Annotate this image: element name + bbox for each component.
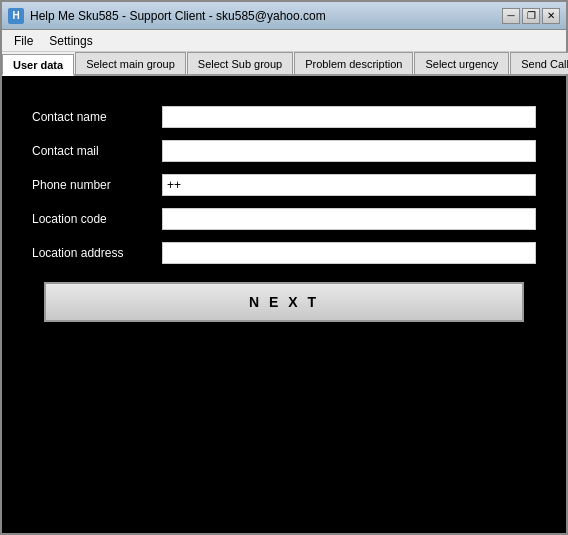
next-button[interactable]: N E X T xyxy=(44,282,524,322)
menu-file[interactable]: File xyxy=(6,32,41,50)
tab-select-main-group[interactable]: Select main group xyxy=(75,52,186,74)
title-bar: H Help Me Sku585 - Support Client - sku5… xyxy=(2,2,566,30)
main-content: Contact name Contact mail Phone number L… xyxy=(2,76,566,533)
title-bar-left: H Help Me Sku585 - Support Client - sku5… xyxy=(8,8,326,24)
location-code-label: Location code xyxy=(32,212,162,226)
contact-name-label: Contact name xyxy=(32,110,162,124)
close-button[interactable]: ✕ xyxy=(542,8,560,24)
phone-number-row: Phone number xyxy=(32,174,536,196)
main-window: H Help Me Sku585 - Support Client - sku5… xyxy=(0,0,568,535)
tab-user-data[interactable]: User data xyxy=(2,54,74,76)
tabs-bar: User data Select main group Select Sub g… xyxy=(2,52,566,76)
tab-select-sub-group[interactable]: Select Sub group xyxy=(187,52,293,74)
location-code-row: Location code xyxy=(32,208,536,230)
contact-mail-label: Contact mail xyxy=(32,144,162,158)
contact-name-input[interactable] xyxy=(162,106,536,128)
next-button-container: N E X T xyxy=(32,282,536,322)
location-address-input[interactable] xyxy=(162,242,536,264)
contact-mail-row: Contact mail xyxy=(32,140,536,162)
minimize-button[interactable]: ─ xyxy=(502,8,520,24)
contact-name-row: Contact name xyxy=(32,106,536,128)
phone-number-input[interactable] xyxy=(162,174,536,196)
contact-mail-input[interactable] xyxy=(162,140,536,162)
tab-problem-description[interactable]: Problem description xyxy=(294,52,413,74)
title-buttons: ─ ❐ ✕ xyxy=(502,8,560,24)
location-code-input[interactable] xyxy=(162,208,536,230)
menu-bar: File Settings xyxy=(2,30,566,52)
phone-number-label: Phone number xyxy=(32,178,162,192)
restore-button[interactable]: ❐ xyxy=(522,8,540,24)
tab-select-urgency[interactable]: Select urgency xyxy=(414,52,509,74)
form-container: Contact name Contact mail Phone number L… xyxy=(17,96,551,342)
tab-send-call[interactable]: Send Call xyxy=(510,52,568,74)
app-icon: H xyxy=(8,8,24,24)
menu-settings[interactable]: Settings xyxy=(41,32,100,50)
location-address-row: Location address xyxy=(32,242,536,264)
window-title: Help Me Sku585 - Support Client - sku585… xyxy=(30,9,326,23)
location-address-label: Location address xyxy=(32,246,162,260)
